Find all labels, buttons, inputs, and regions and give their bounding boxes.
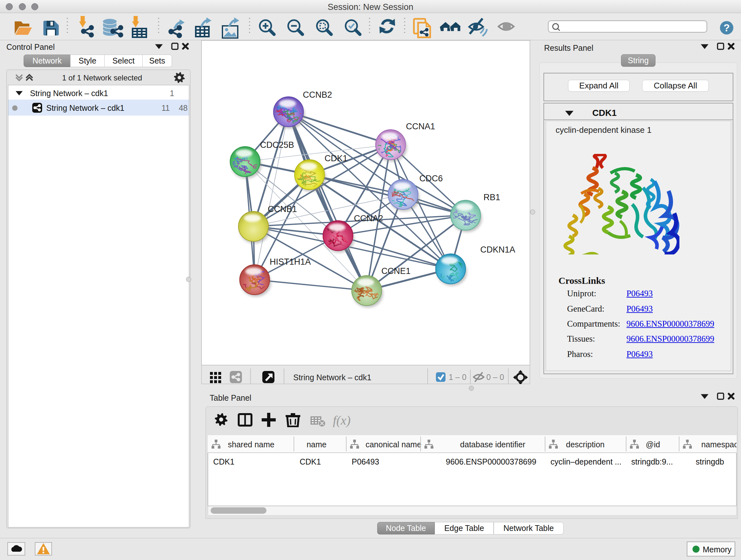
- svg-text:CDK1: CDK1: [300, 457, 321, 466]
- svg-text:CDK1: CDK1: [325, 153, 347, 163]
- svg-text:@id: @id: [646, 440, 660, 449]
- svg-text:CDC6: CDC6: [419, 174, 443, 183]
- svg-text:HIST1H1A: HIST1H1A: [270, 257, 311, 266]
- svg-text:CCNE1: CCNE1: [381, 266, 411, 276]
- svg-text:CCNA1: CCNA1: [406, 122, 435, 131]
- svg-text:stringdb: stringdb: [696, 457, 724, 466]
- svg-text:CCNA2: CCNA2: [354, 213, 383, 223]
- svg-text:9606.ENSP00000378699: 9606.ENSP00000378699: [446, 457, 536, 466]
- svg-text:CCNB1: CCNB1: [268, 204, 297, 214]
- svg-text:f(x): f(x): [333, 413, 351, 427]
- svg-text:namespace: namespace: [701, 440, 737, 449]
- svg-text:0 – 0: 0 – 0: [486, 373, 504, 381]
- svg-text:CDK1: CDK1: [213, 457, 234, 466]
- svg-text:CDKN1A: CDKN1A: [480, 245, 515, 254]
- svg-text:shared name: shared name: [228, 440, 274, 449]
- svg-text:String Network – cdk1: String Network – cdk1: [293, 373, 372, 382]
- svg-text:?: ?: [724, 22, 730, 34]
- svg-text:stringdb:9...: stringdb:9...: [631, 457, 673, 466]
- svg-text:CCNB2: CCNB2: [303, 90, 332, 100]
- svg-text:database identifier: database identifier: [460, 440, 525, 449]
- svg-text:description: description: [566, 440, 605, 449]
- svg-text:name: name: [307, 440, 327, 449]
- svg-text:P06493: P06493: [352, 457, 379, 466]
- svg-text:canonical name: canonical name: [365, 440, 421, 449]
- svg-text:RB1: RB1: [483, 192, 500, 202]
- svg-text:CDC25B: CDC25B: [260, 140, 294, 150]
- svg-text:cyclin–dependent ...: cyclin–dependent ...: [550, 457, 621, 466]
- svg-text:1 – 0: 1 – 0: [449, 373, 467, 381]
